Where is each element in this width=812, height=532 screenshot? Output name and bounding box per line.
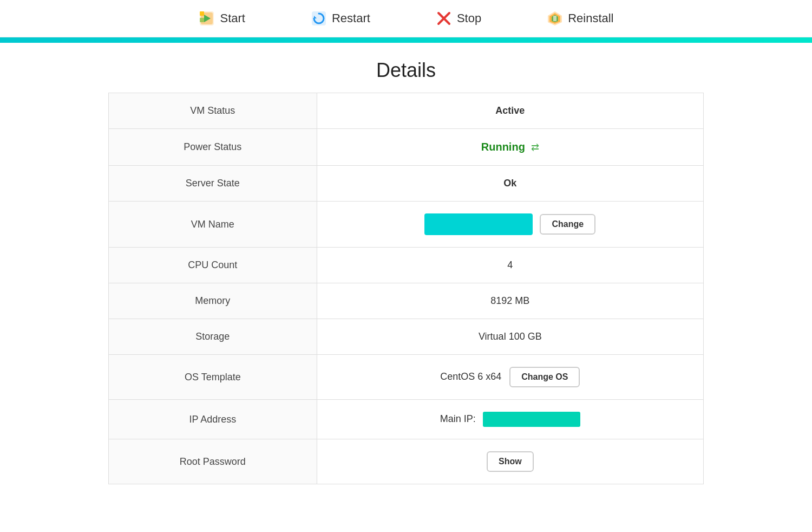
row-value-memory: 8192 MB <box>317 283 703 319</box>
memory-value: 8192 MB <box>490 295 529 306</box>
power-status-value: Running <box>481 141 525 153</box>
change-os-button[interactable]: Change OS <box>509 367 580 387</box>
ip-value-bar <box>483 412 580 427</box>
row-label-os-template: OS Template <box>109 355 317 400</box>
ip-label: Main IP: <box>440 413 476 424</box>
table-row: IP Address Main IP: <box>109 400 704 439</box>
row-label-root-password: Root Password <box>109 439 317 484</box>
row-label-ip-address: IP Address <box>109 400 317 439</box>
progress-bar <box>0 37 812 43</box>
row-label-vm-status: VM Status <box>109 93 317 129</box>
row-label-power-status: Power Status <box>109 129 317 166</box>
restart-button[interactable]: Restart <box>310 10 370 27</box>
table-row: CPU Count 4 <box>109 248 704 283</box>
stop-icon <box>435 10 453 27</box>
table-row: Root Password Show <box>109 439 704 484</box>
row-value-cpu-count: 4 <box>317 248 703 283</box>
table-row: Storage Virtual 100 GB <box>109 319 704 355</box>
details-table: VM Status Active Power Status Running ⇄ … <box>108 93 704 484</box>
start-label: Start <box>220 11 245 25</box>
table-row: Power Status Running ⇄ <box>109 129 704 166</box>
table-row: OS Template CentOS 6 x64 Change OS <box>109 355 704 400</box>
server-state-value: Ok <box>503 178 516 189</box>
stop-label: Stop <box>457 11 481 25</box>
storage-value: Virtual 100 GB <box>479 331 542 342</box>
row-label-vm-name: VM Name <box>109 202 317 248</box>
row-value-vm-name: Change <box>317 202 703 248</box>
toolbar: Start Restart Stop <box>0 0 812 37</box>
table-row: Server State Ok <box>109 166 704 202</box>
table-row: Memory 8192 MB <box>109 283 704 319</box>
start-button[interactable]: Start <box>198 10 245 27</box>
row-label-cpu-count: CPU Count <box>109 248 317 283</box>
reinstall-icon <box>546 10 564 27</box>
row-label-memory: Memory <box>109 283 317 319</box>
row-value-os-template: CentOS 6 x64 Change OS <box>317 355 703 400</box>
restart-icon <box>310 10 328 27</box>
vm-status-value: Active <box>495 105 525 116</box>
svg-rect-3 <box>200 18 204 22</box>
change-vm-name-button[interactable]: Change <box>540 214 595 235</box>
vm-name-input[interactable] <box>424 213 533 235</box>
row-value-server-state: Ok <box>317 166 703 202</box>
row-value-power-status: Running ⇄ <box>317 129 703 166</box>
os-template-value: CentOS 6 x64 <box>440 371 501 382</box>
refresh-icon[interactable]: ⇄ <box>531 141 539 153</box>
stop-button[interactable]: Stop <box>435 10 481 27</box>
start-icon <box>198 10 215 27</box>
row-label-storage: Storage <box>109 319 317 355</box>
reinstall-button[interactable]: Reinstall <box>546 10 613 27</box>
svg-rect-4 <box>200 11 204 16</box>
reinstall-label: Reinstall <box>568 11 613 25</box>
restart-label: Restart <box>332 11 370 25</box>
page-title: Details <box>0 43 812 93</box>
row-value-storage: Virtual 100 GB <box>317 319 703 355</box>
row-value-vm-status: Active <box>317 93 703 129</box>
row-value-root-password: Show <box>317 439 703 484</box>
show-password-button[interactable]: Show <box>487 451 534 472</box>
svg-rect-12 <box>553 16 556 21</box>
row-label-server-state: Server State <box>109 166 317 202</box>
table-row: VM Name Change <box>109 202 704 248</box>
cpu-count-value: 4 <box>507 259 513 270</box>
table-row: VM Status Active <box>109 93 704 129</box>
row-value-ip-address: Main IP: <box>317 400 703 439</box>
